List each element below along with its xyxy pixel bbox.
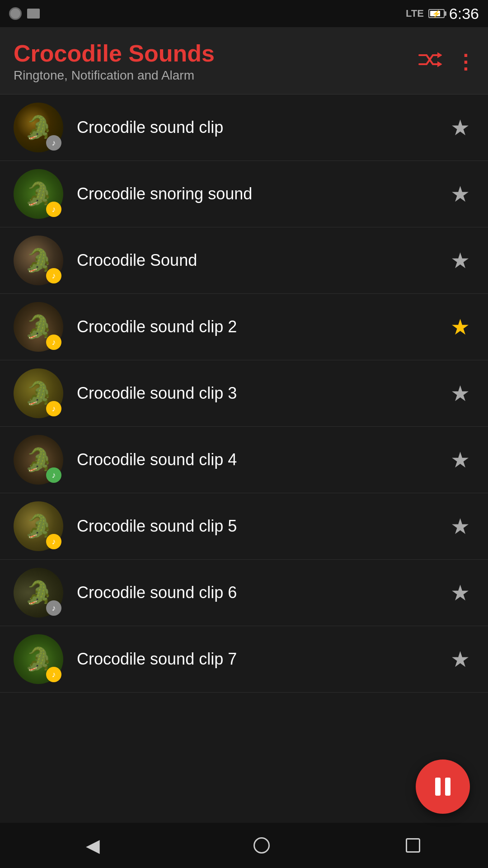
list-item[interactable]: 🐊 ♪ Crocodile Sound ★	[0, 227, 488, 294]
sound-name: Crocodile sound clip	[63, 118, 446, 137]
thumbnail-wrapper: 🐊 ♪	[14, 568, 63, 618]
music-badge: ♪	[46, 268, 61, 283]
music-note-icon: ♪	[52, 338, 56, 347]
list-item[interactable]: 🐊 ♪ Crocodile sound clip 6 ★	[0, 560, 488, 626]
recents-button[interactable]	[406, 838, 420, 853]
music-badge: ♪	[46, 534, 61, 549]
music-badge: ♪	[46, 401, 61, 416]
list-item[interactable]: 🐊 ♪ Crocodile snoring sound ★	[0, 161, 488, 227]
music-badge: ♪	[46, 667, 61, 682]
thumbnail-wrapper: 🐊 ♪	[14, 368, 63, 418]
status-bar: LTE ⚡ 6:36	[0, 0, 488, 27]
thumbnail-wrapper: 🐊 ♪	[14, 634, 63, 684]
music-note-icon: ♪	[52, 138, 56, 148]
bolt-icon: ⚡	[432, 9, 441, 18]
thumbnail-wrapper: 🐊 ♪	[14, 435, 63, 485]
thumbnail-wrapper: 🐊 ♪	[14, 501, 63, 551]
thumbnail-wrapper: 🐊 ♪	[14, 103, 63, 152]
sound-name: Crocodile sound clip 6	[63, 583, 446, 602]
music-note-icon: ♪	[52, 537, 56, 547]
music-note-icon: ♪	[52, 604, 56, 613]
thumbnail-wrapper: 🐊 ♪	[14, 169, 63, 219]
sound-name: Crocodile sound clip 3	[63, 384, 446, 403]
back-button[interactable]: ◀	[68, 830, 118, 860]
favorite-button[interactable]: ★	[446, 443, 474, 477]
list-item[interactable]: 🐊 ♪ Crocodile sound clip 7 ★	[0, 626, 488, 693]
battery-icon: ⚡	[428, 9, 445, 18]
status-time: 6:36	[449, 5, 479, 23]
pause-fab[interactable]	[416, 760, 470, 814]
music-badge: ♪	[46, 135, 61, 151]
list-item[interactable]: 🐊 ♪ Crocodile sound clip 2 ★	[0, 294, 488, 360]
sound-name: Crocodile sound clip 5	[63, 517, 446, 536]
favorite-button[interactable]: ★	[446, 243, 474, 278]
lte-icon: LTE	[406, 8, 424, 19]
favorite-button[interactable]: ★	[446, 376, 474, 410]
music-note-icon: ♪	[52, 670, 56, 679]
favorite-button[interactable]: ★	[446, 310, 474, 344]
music-badge: ♪	[46, 467, 61, 483]
favorite-button[interactable]: ★	[446, 509, 474, 543]
list-item[interactable]: 🐊 ♪ Crocodile sound clip ★	[0, 94, 488, 161]
sound-name: Crocodile snoring sound	[63, 184, 446, 203]
pause-bar-right	[445, 778, 450, 796]
pause-bar-left	[435, 778, 441, 796]
thumbnail-wrapper: 🐊 ♪	[14, 302, 63, 352]
music-note-icon: ♪	[52, 471, 56, 480]
app-header: Crocodile Sounds Ringtone, Notification …	[0, 27, 488, 94]
bottom-nav: ◀	[0, 823, 488, 868]
music-note-icon: ♪	[52, 271, 56, 281]
music-badge: ♪	[46, 600, 61, 616]
music-badge: ♪	[46, 202, 61, 217]
music-note-icon: ♪	[52, 404, 56, 414]
sound-list: 🐊 ♪ Crocodile sound clip ★ 🐊 ♪ Crocodile…	[0, 94, 488, 693]
music-note-icon: ♪	[52, 205, 56, 214]
pause-icon	[435, 778, 450, 796]
more-options-button[interactable]: ⋮	[455, 50, 474, 73]
app-header-left: Crocodile Sounds Ringtone, Notification …	[14, 41, 215, 83]
sim-icon	[27, 9, 40, 19]
status-bar-left	[9, 7, 40, 20]
app-title: Crocodile Sounds	[14, 41, 215, 66]
home-button[interactable]	[253, 837, 270, 854]
sound-name: Crocodile sound clip 4	[63, 450, 446, 469]
list-item[interactable]: 🐊 ♪ Crocodile sound clip 3 ★	[0, 360, 488, 427]
favorite-button[interactable]: ★	[446, 576, 474, 610]
app-subtitle: Ringtone, Notification and Alarm	[14, 68, 215, 83]
list-item[interactable]: 🐊 ♪ Crocodile sound clip 4 ★	[0, 427, 488, 493]
record-indicator	[9, 7, 22, 20]
list-item[interactable]: 🐊 ♪ Crocodile sound clip 5 ★	[0, 493, 488, 560]
app-header-actions: ⋮	[418, 50, 474, 73]
thumbnail-wrapper: 🐊 ♪	[14, 236, 63, 285]
music-badge: ♪	[46, 335, 61, 350]
shuffle-button[interactable]	[418, 51, 442, 73]
sound-name: Crocodile sound clip 7	[63, 650, 446, 669]
favorite-button[interactable]: ★	[446, 110, 474, 145]
sound-name: Crocodile Sound	[63, 251, 446, 270]
favorite-button[interactable]: ★	[446, 177, 474, 211]
sound-name: Crocodile sound clip 2	[63, 317, 446, 336]
favorite-button[interactable]: ★	[446, 642, 474, 676]
status-bar-right: LTE ⚡ 6:36	[406, 5, 479, 23]
